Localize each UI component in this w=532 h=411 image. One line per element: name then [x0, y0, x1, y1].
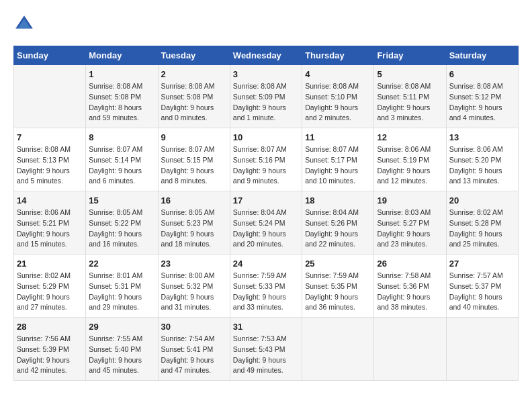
day-cell: 28Sunrise: 7:56 AM Sunset: 5:39 PM Dayli…	[14, 318, 86, 381]
day-number: 2	[161, 69, 227, 79]
day-number: 15	[89, 195, 154, 205]
day-info: Sunrise: 8:05 AM Sunset: 5:23 PM Dayligh…	[161, 208, 227, 250]
day-number: 8	[89, 132, 154, 142]
week-row-3: 14Sunrise: 8:06 AM Sunset: 5:21 PM Dayli…	[14, 191, 519, 255]
day-info: Sunrise: 7:58 AM Sunset: 5:36 PM Dayligh…	[377, 271, 443, 313]
day-number: 19	[377, 195, 443, 205]
day-number: 28	[17, 322, 83, 332]
day-number: 7	[17, 132, 83, 142]
day-number: 20	[449, 195, 515, 205]
header-cell-friday: Friday	[374, 46, 446, 65]
day-number: 11	[305, 132, 371, 142]
day-cell: 18Sunrise: 8:04 AM Sunset: 5:26 PM Dayli…	[302, 191, 374, 255]
day-cell: 22Sunrise: 8:01 AM Sunset: 5:31 PM Dayli…	[86, 255, 158, 318]
day-number: 30	[161, 322, 227, 332]
day-info: Sunrise: 8:08 AM Sunset: 5:10 PM Dayligh…	[305, 81, 371, 124]
day-cell: 4Sunrise: 8:08 AM Sunset: 5:10 PM Daylig…	[302, 65, 374, 128]
day-cell: 1Sunrise: 8:08 AM Sunset: 5:08 PM Daylig…	[86, 65, 158, 128]
day-cell: 9Sunrise: 8:07 AM Sunset: 5:15 PM Daylig…	[158, 128, 230, 191]
day-number: 16	[161, 195, 227, 205]
day-number: 9	[161, 132, 227, 142]
day-cell: 27Sunrise: 7:57 AM Sunset: 5:37 PM Dayli…	[446, 255, 518, 318]
day-cell: 14Sunrise: 8:06 AM Sunset: 5:21 PM Dayli…	[14, 191, 86, 255]
day-info: Sunrise: 8:00 AM Sunset: 5:32 PM Dayligh…	[161, 271, 227, 313]
day-number: 17	[233, 195, 299, 205]
day-info: Sunrise: 7:59 AM Sunset: 5:33 PM Dayligh…	[233, 271, 299, 313]
day-info: Sunrise: 7:53 AM Sunset: 5:43 PM Dayligh…	[233, 334, 299, 376]
day-cell: 7Sunrise: 8:08 AM Sunset: 5:13 PM Daylig…	[14, 128, 86, 191]
day-info: Sunrise: 8:06 AM Sunset: 5:20 PM Dayligh…	[449, 144, 515, 187]
day-info: Sunrise: 8:07 AM Sunset: 5:16 PM Dayligh…	[233, 144, 299, 187]
day-cell	[374, 318, 446, 381]
day-cell: 16Sunrise: 8:05 AM Sunset: 5:23 PM Dayli…	[158, 191, 230, 255]
day-number: 1	[89, 69, 154, 79]
day-cell: 31Sunrise: 7:53 AM Sunset: 5:43 PM Dayli…	[230, 318, 302, 381]
header-cell-saturday: Saturday	[446, 46, 518, 65]
day-cell: 6Sunrise: 8:08 AM Sunset: 5:12 PM Daylig…	[446, 65, 518, 128]
day-number: 21	[17, 259, 83, 269]
week-row-5: 28Sunrise: 7:56 AM Sunset: 5:39 PM Dayli…	[14, 318, 519, 381]
day-cell: 25Sunrise: 7:59 AM Sunset: 5:35 PM Dayli…	[302, 255, 374, 318]
day-cell	[302, 318, 374, 381]
day-info: Sunrise: 8:07 AM Sunset: 5:14 PM Dayligh…	[89, 144, 154, 187]
header-cell-thursday: Thursday	[302, 46, 374, 65]
day-cell: 2Sunrise: 8:08 AM Sunset: 5:08 PM Daylig…	[158, 65, 230, 128]
week-row-2: 7Sunrise: 8:08 AM Sunset: 5:13 PM Daylig…	[14, 128, 519, 191]
day-number: 3	[233, 69, 299, 79]
day-number: 14	[17, 195, 83, 205]
day-info: Sunrise: 8:06 AM Sunset: 5:21 PM Dayligh…	[17, 208, 83, 250]
day-number: 18	[305, 195, 371, 205]
day-cell: 3Sunrise: 8:08 AM Sunset: 5:09 PM Daylig…	[230, 65, 302, 128]
day-info: Sunrise: 8:08 AM Sunset: 5:12 PM Dayligh…	[449, 81, 515, 124]
logo	[13, 13, 39, 35]
calendar-table: SundayMondayTuesdayWednesdayThursdayFrid…	[13, 46, 519, 381]
day-info: Sunrise: 8:02 AM Sunset: 5:29 PM Dayligh…	[17, 271, 83, 313]
day-number: 5	[377, 69, 443, 79]
day-number: 25	[305, 259, 371, 269]
day-cell	[14, 65, 86, 128]
header-cell-tuesday: Tuesday	[158, 46, 230, 65]
day-cell: 17Sunrise: 8:04 AM Sunset: 5:24 PM Dayli…	[230, 191, 302, 255]
day-cell: 29Sunrise: 7:55 AM Sunset: 5:40 PM Dayli…	[86, 318, 158, 381]
day-cell: 13Sunrise: 8:06 AM Sunset: 5:20 PM Dayli…	[446, 128, 518, 191]
day-info: Sunrise: 8:02 AM Sunset: 5:28 PM Dayligh…	[449, 208, 515, 250]
day-number: 24	[233, 259, 299, 269]
day-number: 27	[449, 259, 515, 269]
day-number: 6	[449, 69, 515, 79]
day-cell: 5Sunrise: 8:08 AM Sunset: 5:11 PM Daylig…	[374, 65, 446, 128]
day-cell: 8Sunrise: 8:07 AM Sunset: 5:14 PM Daylig…	[86, 128, 158, 191]
day-info: Sunrise: 8:01 AM Sunset: 5:31 PM Dayligh…	[89, 271, 154, 313]
day-info: Sunrise: 8:03 AM Sunset: 5:27 PM Dayligh…	[377, 208, 443, 250]
day-cell: 19Sunrise: 8:03 AM Sunset: 5:27 PM Dayli…	[374, 191, 446, 255]
day-info: Sunrise: 8:04 AM Sunset: 5:24 PM Dayligh…	[233, 208, 299, 250]
day-cell: 20Sunrise: 8:02 AM Sunset: 5:28 PM Dayli…	[446, 191, 518, 255]
day-info: Sunrise: 8:08 AM Sunset: 5:13 PM Dayligh…	[17, 144, 83, 187]
day-info: Sunrise: 8:07 AM Sunset: 5:17 PM Dayligh…	[305, 144, 371, 187]
day-info: Sunrise: 8:07 AM Sunset: 5:15 PM Dayligh…	[161, 144, 227, 187]
header-row: SundayMondayTuesdayWednesdayThursdayFrid…	[14, 46, 519, 65]
day-number: 10	[233, 132, 299, 142]
day-info: Sunrise: 8:08 AM Sunset: 5:08 PM Dayligh…	[161, 81, 227, 124]
day-number: 12	[377, 132, 443, 142]
day-info: Sunrise: 7:56 AM Sunset: 5:39 PM Dayligh…	[17, 334, 83, 376]
day-number: 13	[449, 132, 515, 142]
day-cell: 11Sunrise: 8:07 AM Sunset: 5:17 PM Dayli…	[302, 128, 374, 191]
day-info: Sunrise: 8:06 AM Sunset: 5:19 PM Dayligh…	[377, 144, 443, 187]
day-number: 4	[305, 69, 371, 79]
week-row-1: 1Sunrise: 8:08 AM Sunset: 5:08 PM Daylig…	[14, 65, 519, 128]
day-cell: 21Sunrise: 8:02 AM Sunset: 5:29 PM Dayli…	[14, 255, 86, 318]
day-info: Sunrise: 8:08 AM Sunset: 5:11 PM Dayligh…	[377, 81, 443, 124]
header-cell-monday: Monday	[86, 46, 158, 65]
day-cell: 10Sunrise: 8:07 AM Sunset: 5:16 PM Dayli…	[230, 128, 302, 191]
day-info: Sunrise: 8:04 AM Sunset: 5:26 PM Dayligh…	[305, 208, 371, 250]
day-info: Sunrise: 7:54 AM Sunset: 5:41 PM Dayligh…	[161, 334, 227, 376]
day-info: Sunrise: 7:57 AM Sunset: 5:37 PM Dayligh…	[449, 271, 515, 313]
day-cell: 15Sunrise: 8:05 AM Sunset: 5:22 PM Dayli…	[86, 191, 158, 255]
day-number: 31	[233, 322, 299, 332]
day-cell: 24Sunrise: 7:59 AM Sunset: 5:33 PM Dayli…	[230, 255, 302, 318]
day-cell: 23Sunrise: 8:00 AM Sunset: 5:32 PM Dayli…	[158, 255, 230, 318]
day-cell: 30Sunrise: 7:54 AM Sunset: 5:41 PM Dayli…	[158, 318, 230, 381]
day-info: Sunrise: 8:08 AM Sunset: 5:09 PM Dayligh…	[233, 81, 299, 124]
day-cell: 12Sunrise: 8:06 AM Sunset: 5:19 PM Dayli…	[374, 128, 446, 191]
header	[13, 13, 519, 35]
